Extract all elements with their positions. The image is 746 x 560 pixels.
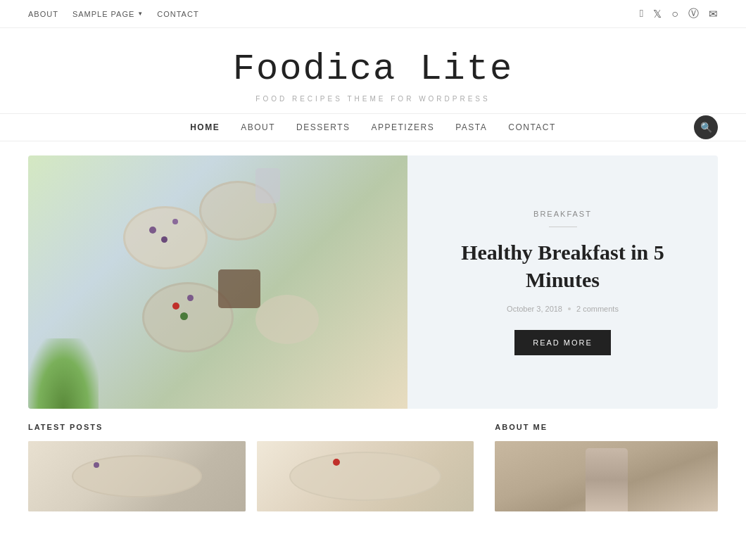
search-icon: 🔍 (700, 122, 712, 133)
kiwi-1 (180, 312, 188, 320)
post-card-1[interactable] (28, 441, 246, 511)
nav-appetizers[interactable]: APPETIZERS (371, 122, 434, 132)
hero-meta: October 3, 2018 2 comments (436, 305, 690, 313)
card-plate (72, 455, 202, 497)
site-header: Foodica Lite FOOD RECIPES THEME FOR WORD… (0, 28, 746, 113)
search-button[interactable]: 🔍 (694, 115, 718, 139)
nav-home[interactable]: HOME (190, 122, 220, 132)
nav-desserts[interactable]: DESSERTS (296, 122, 350, 132)
hero-comments: 2 comments (576, 305, 619, 313)
jug (255, 168, 280, 203)
facebook-icon[interactable]:  (640, 8, 643, 20)
main-nav: HOME ABOUT DESSERTS APPETIZERS PASTA CON… (0, 113, 746, 141)
top-nav-contact[interactable]: CONTACT (157, 10, 198, 18)
meta-dot (568, 307, 571, 310)
social-icons:  𝕏 ○ Ⓥ ✉ (640, 7, 718, 20)
post-card-2[interactable] (257, 441, 474, 511)
strawberry-1 (172, 303, 179, 310)
hero-date: October 3, 2018 (507, 305, 562, 313)
top-bar: ABOUT SAMPLE PAGE ▼ CONTACT  𝕏 ○ Ⓥ ✉ (0, 0, 746, 28)
site-tagline: FOOD RECIPES THEME FOR WORDPRESS (14, 95, 732, 103)
hero-section: Breakfast Healthy Breakfast in 5 Minutes… (28, 155, 718, 409)
hero-title: Healthy Breakfast in 5 Minutes (436, 238, 690, 293)
nav-about[interactable]: ABOUT (241, 122, 275, 132)
card-plate-2 (289, 452, 441, 501)
hero-category: Breakfast (436, 210, 690, 218)
about-me-title: ABOUT ME (495, 423, 718, 431)
latest-posts-title: LATEST POSTS (28, 423, 474, 431)
hero-image (28, 155, 407, 409)
sample-page-wrapper: SAMPLE PAGE ▼ (72, 10, 143, 18)
card-fruit (333, 459, 340, 466)
twitter-icon[interactable]: 𝕏 (653, 8, 662, 20)
card-berry (94, 462, 99, 468)
top-nav: ABOUT SAMPLE PAGE ▼ CONTACT (28, 10, 199, 18)
hero-divider (549, 227, 577, 227)
person-silhouette (586, 448, 628, 511)
cup (218, 269, 260, 308)
chevron-down-icon: ▼ (137, 11, 143, 17)
about-thumb (495, 441, 718, 511)
bottom-section: LATEST POSTS ABOUT M (28, 423, 718, 511)
post-thumb-2 (257, 441, 474, 511)
latest-posts: LATEST POSTS (28, 423, 474, 511)
bowl-1 (255, 295, 319, 344)
instagram-icon[interactable]: ○ (671, 8, 678, 20)
top-nav-sample[interactable]: SAMPLE PAGE (72, 10, 134, 18)
berry-3 (161, 236, 167, 243)
read-more-button[interactable]: READ MORE (514, 330, 611, 355)
hero-content: Breakfast Healthy Breakfast in 5 Minutes… (407, 189, 718, 376)
nav-contact[interactable]: CONTACT (508, 122, 556, 132)
email-icon[interactable]: ✉ (709, 8, 718, 20)
nav-pasta[interactable]: PASTA (455, 122, 487, 132)
pinterest-icon[interactable]: Ⓥ (688, 7, 699, 20)
posts-grid (28, 441, 474, 511)
top-nav-about[interactable]: ABOUT (28, 10, 58, 18)
post-thumb-1 (28, 441, 246, 511)
berry-2 (172, 219, 178, 224)
site-title: Foodica Lite (14, 49, 732, 89)
about-me-section: ABOUT ME (495, 423, 718, 511)
plant (28, 338, 99, 409)
